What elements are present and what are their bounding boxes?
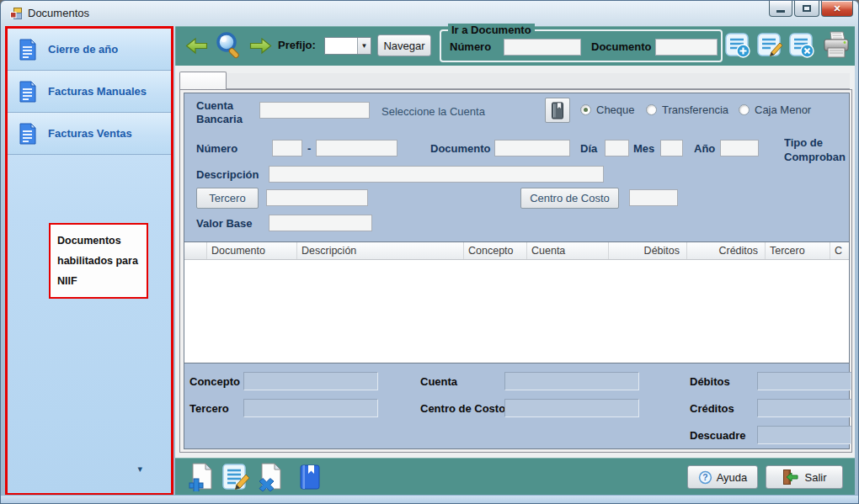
grid-column-concepto[interactable]: Concepto [464,242,527,259]
totals-creditos-field [757,399,851,417]
maximize-button[interactable] [794,1,819,17]
totals-concepto-field [243,372,378,390]
ano-input[interactable] [720,140,759,157]
new-document-icon[interactable] [188,463,215,491]
sidebar-item-label: Facturas Manuales [48,85,147,98]
sidebar-item-facturas-ventas[interactable]: Facturas Ventas [8,113,171,155]
help-icon: ? [698,470,712,485]
grid-column-debitos[interactable]: Débitos [609,242,687,259]
totals-centro-costo-label: Centro de Costo [420,402,505,415]
grid-column-cuenta[interactable]: Cuenta [527,242,609,259]
cuenta-bancaria-input[interactable] [259,102,370,119]
salir-button[interactable]: Salir [766,465,843,489]
top-toolbar: Prefijo: ▼ Navegar Ir a Documento Número… [175,26,855,66]
prefijo-select[interactable]: ▼ [324,37,371,55]
radio-cheque[interactable]: Cheque [580,103,635,116]
forward-arrow-icon[interactable] [249,37,272,55]
tab-page: Cuenta Bancaria Seleccione la Cuenta Che… [179,89,852,453]
header-fields-panel: Cuenta Bancaria Seleccione la Cuenta Che… [184,93,849,241]
radio-dot [580,104,591,115]
ayuda-label: Ayuda [717,471,748,484]
radio-dot [646,104,657,115]
centro-de-costo-button[interactable]: Centro de Costo [520,188,619,209]
prefijo-selected-value [325,38,357,54]
descripcion-input[interactable] [269,166,604,183]
dia-input[interactable] [605,140,629,157]
totals-tercero-field [243,399,378,417]
radio-label: Cheque [596,103,635,116]
document-form-container: Cuenta Bancaria Seleccione la Cuenta Che… [184,93,850,449]
close-button[interactable]: ✕ [821,1,853,17]
back-arrow-icon[interactable] [185,37,208,55]
work-area: Prefijo: ▼ Navegar Ir a Documento Número… [175,26,855,496]
valor-base-input[interactable] [269,215,372,231]
totals-cuenta-label: Cuenta [420,375,457,388]
accounting-book-icon[interactable] [299,464,321,490]
mes-input[interactable] [660,140,683,157]
totals-creditos-label: Créditos [690,402,734,415]
navegar-button[interactable]: Navegar [377,34,431,56]
documento-input[interactable] [494,140,570,157]
centro-de-costo-input[interactable] [629,189,678,206]
totals-concepto-label: Concepto [189,375,240,388]
minimize-button[interactable] [769,1,792,17]
sidebar: Cierre de año Facturas Manuales Facturas… [5,26,173,496]
tercero-button[interactable]: Tercero [196,188,259,209]
toolbar-gap [175,66,855,72]
grid-column-creditos[interactable]: Créditos [687,242,766,259]
grid-column-clipped[interactable]: C [830,242,849,259]
window-title: Documentos [28,7,89,19]
descripcion-label: Descripción [196,168,259,181]
sidebar-item-cierre-de-ano[interactable]: Cierre de año [8,29,171,71]
numero-input[interactable] [316,140,397,157]
app-form-icon [9,7,23,20]
goto-numero-input[interactable] [504,39,581,56]
tipo-comprobante-label: Tipo de Comproban [784,135,851,164]
grid-column-tercero[interactable]: Tercero [766,242,830,259]
entries-grid[interactable]: Documento Descripción Concepto Cuenta Dé… [184,241,849,363]
niif-note: Documentos habilitados para NIIF [49,223,148,299]
goto-documento-input[interactable] [655,39,718,56]
maximize-icon [803,5,811,12]
sidebar-item-facturas-manuales[interactable]: Facturas Manuales [8,71,171,113]
cuenta-bancaria-label: Cuenta Bancaria [196,99,257,126]
print-icon[interactable] [821,31,851,60]
edit-document-icon[interactable] [221,463,250,491]
grid-column-descripcion[interactable]: Descripción [297,242,464,259]
radio-label: Transferencia [662,103,728,116]
edit-record-icon[interactable] [757,33,783,59]
numero-label: Número [196,142,237,155]
goto-group-title: Ir a Documento [448,24,535,36]
grid-column-documento[interactable]: Documento [207,242,297,259]
svg-text:?: ? [702,473,707,482]
totals-debitos-field [757,372,851,390]
document-icon [19,123,37,145]
bank-book-icon [550,102,565,119]
numero-separator: - [307,142,311,155]
tab-strip-background [227,73,850,89]
centro-costo-button-label: Centro de Costo [530,192,610,204]
totals-panel: Concepto Cuenta Débitos Tercero Centro d… [184,363,849,448]
mes-label: Mes [633,142,654,155]
bottom-toolbar: ? Ayuda Salir [175,458,855,496]
delete-document-icon[interactable] [257,463,284,491]
bank-book-button[interactable] [545,98,570,123]
numero-prefijo-input[interactable] [272,140,302,157]
collapse-arrow-icon[interactable]: ▾ [137,464,142,475]
chevron-down-icon: ▼ [357,38,371,54]
seleccione-cuenta-label: Seleccione la Cuenta [381,105,485,118]
radio-caja-menor[interactable]: Caja Menor [739,103,811,116]
goto-document-group: Ir a Documento Número Documento [440,29,723,62]
radio-dot [739,104,750,115]
radio-transferencia[interactable]: Transferencia [646,103,728,116]
totals-descuadre-label: Descuadre [690,429,745,442]
grid-body-empty [184,260,849,363]
ayuda-button[interactable]: ? Ayuda [687,465,758,489]
tab-document[interactable] [179,72,227,89]
delete-record-icon[interactable] [789,33,815,59]
search-icon[interactable] [214,30,244,61]
prefijo-label: Prefijo: [278,39,316,51]
tercero-input[interactable] [266,189,368,206]
app-window: Documentos ✕ Cierre de año Facturas Manu… [0,0,859,504]
add-record-icon[interactable] [725,33,751,59]
